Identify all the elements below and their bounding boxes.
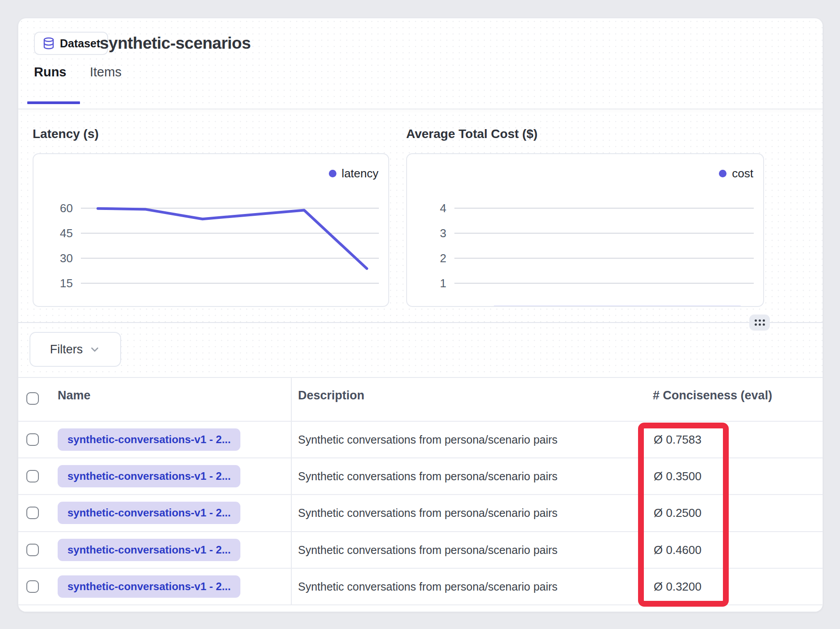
run-description: Synthetic conversations from persona/sce…: [298, 569, 558, 604]
column-header-name[interactable]: Name: [58, 389, 91, 403]
svg-text:15: 15: [60, 277, 73, 290]
filters-label: Filters: [50, 343, 83, 356]
latency-chart-card: latency 60453015: [33, 153, 389, 307]
svg-text:2: 2: [440, 252, 446, 265]
latency-chart-title: Latency (s): [33, 127, 99, 141]
row-checkbox[interactable]: [26, 433, 39, 446]
tab-items[interactable]: Items: [90, 65, 122, 80]
resize-grip-handle[interactable]: [749, 314, 770, 331]
run-conciseness-value: Ø 0.3500: [654, 458, 701, 494]
cost-chart-card: cost 4321: [406, 153, 764, 307]
run-name-link[interactable]: synthetic-conversations-v1 - 2...: [58, 502, 240, 524]
cost-legend: cost: [719, 167, 753, 180]
tabs-divider: [18, 109, 823, 109]
active-tab-indicator: [27, 101, 80, 104]
filters-button[interactable]: Filters: [29, 332, 121, 367]
table-row[interactable]: synthetic-conversations-v1 - 2... Synthe…: [18, 458, 823, 495]
cost-line-chart[interactable]: 4321: [407, 154, 764, 307]
table-body: synthetic-conversations-v1 - 2... Synthe…: [18, 421, 823, 605]
table-row[interactable]: synthetic-conversations-v1 - 2... Synthe…: [18, 532, 823, 569]
svg-text:3: 3: [440, 226, 446, 240]
table-row[interactable]: synthetic-conversations-v1 - 2... Synthe…: [18, 422, 823, 458]
tab-runs[interactable]: Runs: [34, 65, 67, 80]
grip-dots-icon: [755, 319, 765, 326]
svg-text:4: 4: [440, 201, 446, 215]
table-row[interactable]: synthetic-conversations-v1 - 2... Synthe…: [18, 495, 823, 532]
latency-legend-dot-icon: [329, 170, 336, 177]
latency-legend-label: latency: [342, 167, 378, 180]
cost-legend-label: cost: [732, 167, 753, 180]
row-checkbox[interactable]: [26, 580, 39, 593]
svg-text:60: 60: [60, 201, 73, 215]
database-icon: [42, 37, 55, 50]
run-name-link[interactable]: synthetic-conversations-v1 - 2...: [58, 428, 240, 451]
run-name-link[interactable]: synthetic-conversations-v1 - 2...: [58, 575, 240, 598]
row-checkbox[interactable]: [26, 544, 39, 556]
table-row[interactable]: synthetic-conversations-v1 - 2... Synthe…: [18, 569, 823, 605]
chevron-down-icon: [89, 344, 101, 355]
row-checkbox[interactable]: [26, 470, 39, 482]
dataset-page-card: Dataset synthetic-scenarios Runs Items L…: [18, 18, 823, 612]
section-divider: [18, 322, 823, 323]
column-header-description[interactable]: Description: [298, 389, 365, 403]
svg-text:1: 1: [440, 277, 446, 290]
run-name-link[interactable]: synthetic-conversations-v1 - 2...: [58, 539, 240, 561]
cost-chart-title: Average Total Cost ($): [406, 127, 538, 141]
run-name-link[interactable]: synthetic-conversations-v1 - 2...: [58, 465, 240, 487]
runs-table: Name Description # Conciseness (eval) sy…: [18, 377, 823, 612]
row-checkbox[interactable]: [26, 507, 39, 519]
run-description: Synthetic conversations from persona/sce…: [298, 422, 558, 457]
column-header-conciseness[interactable]: # Conciseness (eval): [653, 389, 772, 403]
run-conciseness-value: Ø 0.7583: [654, 422, 701, 457]
svg-text:30: 30: [60, 252, 73, 265]
page-title: synthetic-scenarios: [100, 32, 251, 55]
badge-label: Dataset: [60, 37, 100, 50]
dataset-type-badge: Dataset: [34, 32, 108, 55]
run-description: Synthetic conversations from persona/sce…: [298, 495, 558, 531]
run-conciseness-value: Ø 0.2500: [654, 495, 701, 531]
latency-legend: latency: [329, 167, 378, 180]
run-description: Synthetic conversations from persona/sce…: [298, 458, 558, 494]
select-all-checkbox[interactable]: [26, 392, 39, 405]
run-conciseness-value: Ø 0.4600: [654, 532, 701, 568]
run-conciseness-value: Ø 0.3200: [654, 569, 701, 604]
table-top-divider: [18, 377, 823, 378]
run-description: Synthetic conversations from persona/sce…: [298, 532, 558, 568]
cost-legend-dot-icon: [719, 170, 727, 177]
svg-text:45: 45: [60, 226, 73, 240]
